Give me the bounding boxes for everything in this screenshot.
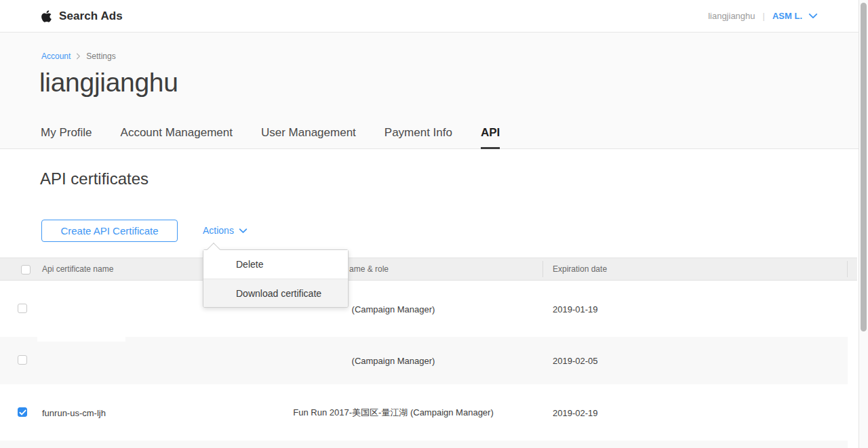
redaction-patch [37,336,125,342]
row-checkbox[interactable] [18,355,27,365]
actions-label: Actions [203,225,234,236]
cell-expiration-date: 2019-02-19 [553,407,598,418]
tab-user-management[interactable]: User Management [261,126,356,149]
column-header-expiration-date: Expiration date [553,264,607,274]
scrollbar-track [859,0,868,448]
table-row-partial [0,441,848,448]
create-api-certificate-button[interactable]: Create API Certificate [41,220,178,242]
org-label: ASM L. [772,11,802,21]
brand: Search Ads [41,9,123,23]
select-all-checkbox[interactable] [21,265,31,274]
tab-account-management[interactable]: Account Management [121,126,233,149]
table-row: funrun-us-cm-ljh Fun Run 2017-美国区-量江湖 (C… [0,384,848,441]
user-name: liangjianghu [708,11,755,21]
cell-expiration-date: 2019-01-19 [553,304,598,314]
actions-dropdown-trigger[interactable]: Actions [203,225,248,236]
tab-payment-info[interactable]: Payment Info [384,126,452,149]
cell-certificate-name: funrun-us-cm-ljh [42,407,106,418]
breadcrumb: Account Settings [41,52,116,61]
page-title: liangjianghu [39,68,178,98]
menu-item-delete[interactable]: Delete [203,250,348,279]
cell-expiration-date: 2019-02-05 [553,356,598,366]
table-header: Api certificate name ame & role Expirati… [0,258,857,281]
tab-api[interactable]: API [481,126,500,149]
divider: | [763,11,765,21]
column-divider [542,261,543,277]
tab-my-profile[interactable]: My Profile [41,126,92,149]
cell-name-role: Fun Run 2017-美国区-量江湖 (Campaign Manager) [231,407,556,419]
page-header: Account Settings liangjianghu My Profile… [0,33,868,149]
column-divider [847,261,848,277]
top-navigation-bar: Search Ads liangjianghu | ASM L. [0,0,868,33]
scrollbar-thumb[interactable] [861,3,867,331]
chevron-down-icon [239,225,248,236]
row-checkbox-checked[interactable] [18,407,27,417]
org-switcher[interactable]: ASM L. [772,11,818,21]
chevron-right-icon [76,53,81,60]
menu-item-download-certificate[interactable]: Download certificate [203,279,348,307]
table-row: (Campaign Manager) 2019-01-19 [0,281,848,337]
row-checkbox[interactable] [18,304,27,313]
breadcrumb-account-link[interactable]: Account [41,52,71,61]
actions-dropdown-menu: Delete Download certificate [203,249,349,308]
breadcrumb-current: Settings [86,52,115,61]
app-title: Search Ads [59,9,123,23]
user-cluster: liangjianghu | ASM L. [708,11,818,21]
tab-bar: My Profile Account Management User Manag… [41,126,500,149]
table-row: (Campaign Manager) 2019-02-05 [0,337,848,384]
apple-logo-icon [41,9,52,23]
chevron-down-icon [808,11,818,21]
column-header-name-role: ame & role [349,264,389,274]
cell-name-role: (Campaign Manager) [231,356,556,366]
column-header-certificate-name: Api certificate name [42,264,113,274]
section-title: API certificates [40,169,149,188]
